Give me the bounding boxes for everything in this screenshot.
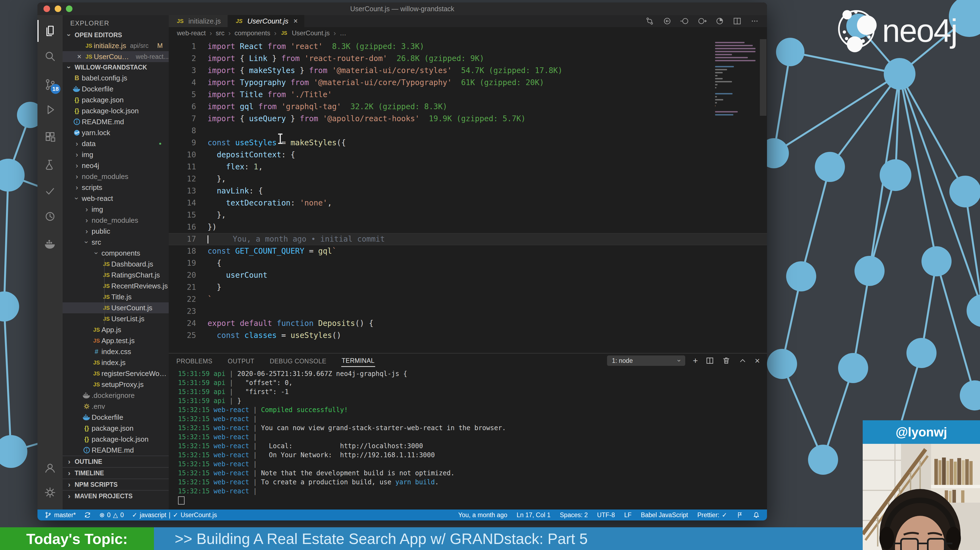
tree-file-index.js[interactable]: JSindex.js: [63, 357, 169, 368]
tree-folder-img[interactable]: ›img: [63, 149, 169, 160]
tree-file-UserList.js[interactable]: JSUserList.js: [63, 313, 169, 324]
minimize-window-button[interactable]: [55, 5, 61, 12]
tree-file-package-lock.json[interactable]: {}package-lock.json: [63, 434, 169, 445]
clock-extension-icon[interactable]: [37, 206, 63, 227]
cursor-position[interactable]: Ln 17, Col 1: [517, 512, 550, 519]
tree-folder-img[interactable]: ›img: [63, 204, 169, 215]
js-file-icon: JS: [92, 360, 102, 366]
extensions-icon[interactable]: [37, 126, 63, 147]
gitlens-status[interactable]: You, a month ago: [458, 512, 507, 519]
split-terminal-icon[interactable]: [705, 356, 714, 365]
sidebar-section-maven-projects[interactable]: ›MAVEN PROJECTS: [63, 490, 169, 502]
git-compare-icon[interactable]: [645, 16, 654, 26]
sidebar-section-outline[interactable]: ›OUTLINE: [63, 456, 169, 467]
close-panel-icon[interactable]: ×: [755, 356, 760, 365]
tree-file-Dashboard.js[interactable]: JSDashboard.js: [63, 258, 169, 269]
tree-file-Dockerfile[interactable]: Dockerfile: [63, 83, 169, 94]
open-editors-header[interactable]: › OPEN EDITORS: [63, 30, 169, 40]
more-actions-icon[interactable]: [750, 16, 759, 26]
language-status[interactable]: ✓ javascript | ✓ UserCount.js: [132, 512, 217, 519]
tree-file-UserCount.js[interactable]: JSUserCount.js: [63, 302, 169, 313]
encoding-status[interactable]: UTF-8: [597, 512, 615, 519]
tree-file-package.json[interactable]: {}package.json: [63, 423, 169, 434]
tree-folder-src[interactable]: ›src: [63, 237, 169, 248]
open-editor-item[interactable]: ×JSUserCount.jsweb-react...: [63, 51, 169, 62]
maximize-panel-icon[interactable]: [738, 356, 747, 365]
tree-file-package.json[interactable]: {}package.json: [63, 94, 169, 105]
tree-file-RatingsChart.js[interactable]: JSRatingsChart.js: [63, 269, 169, 281]
tree-folder-neo4j[interactable]: ›neo4j: [63, 160, 169, 171]
git-modified-dot: ●: [159, 141, 162, 147]
tree-file-.env[interactable]: .env: [63, 401, 169, 412]
tree-file-Dockerfile[interactable]: Dockerfile: [63, 412, 169, 423]
tree-file-setupProxy.js[interactable]: JSsetupProxy.js: [63, 379, 169, 390]
tree-file-App.js[interactable]: JSApp.js: [63, 324, 169, 335]
code-editor[interactable]: 1import React from 'react' 8.3K (gzipped…: [169, 39, 767, 353]
close-window-button[interactable]: [43, 5, 50, 12]
next-change-icon[interactable]: [698, 16, 707, 26]
tree-folder-data[interactable]: ›data●: [63, 138, 169, 149]
close-tab-icon[interactable]: ×: [293, 17, 298, 26]
tree-folder-components[interactable]: ›components: [63, 248, 169, 258]
open-editor-item[interactable]: JSinitialize.jsapi/srcM: [63, 40, 169, 51]
tree-folder-node_modules[interactable]: ›node_modules: [63, 215, 169, 226]
tab-usercount-js[interactable]: JS UserCount.js ×: [228, 15, 304, 27]
test-flask-icon[interactable]: [37, 154, 63, 176]
explorer-icon[interactable]: [37, 20, 63, 42]
tab-debug-console[interactable]: DEBUG CONSOLE: [269, 355, 327, 367]
shell-select[interactable]: 1: node ›: [607, 356, 685, 366]
settings-gear-icon[interactable]: [37, 481, 63, 504]
source-control-icon[interactable]: 18: [37, 73, 63, 96]
tree-file-RecentReviews.js[interactable]: JSRecentReviews.js: [63, 281, 169, 292]
new-terminal-icon[interactable]: +: [693, 356, 698, 365]
breadcrumb[interactable]: web-react› src› components› JS UserCount…: [169, 27, 767, 39]
tree-file-package-lock.json[interactable]: {}package-lock.json: [63, 105, 169, 116]
run-debug-icon[interactable]: [37, 99, 63, 121]
account-icon[interactable]: [37, 457, 63, 479]
tree-file-README.md[interactable]: README.md: [63, 445, 169, 456]
split-editor-icon[interactable]: [733, 16, 742, 26]
eol-status[interactable]: LF: [624, 512, 632, 519]
tree-folder-web-react[interactable]: ›web-react: [63, 193, 169, 204]
notifications-status[interactable]: [753, 512, 760, 518]
tree-file-README.md[interactable]: README.md: [63, 116, 169, 127]
workspace-header[interactable]: › WILLOW-GRANDSTACK: [63, 62, 169, 73]
js-file-icon: JS: [175, 18, 185, 24]
feedback-status[interactable]: [737, 512, 743, 518]
language-mode[interactable]: Babel JavaScript: [641, 512, 688, 519]
problems-status[interactable]: ⊗ 0 △ 0: [99, 512, 124, 519]
timeline-icon[interactable]: [715, 16, 724, 26]
indentation-status[interactable]: Spaces: 2: [560, 512, 588, 519]
minimap[interactable]: [715, 42, 756, 117]
git-branch-status[interactable]: master*: [45, 512, 76, 519]
tab-terminal[interactable]: TERMINAL: [341, 354, 375, 367]
tree-file-Title.js[interactable]: JSTitle.js: [63, 292, 169, 302]
tree-file-index.css[interactable]: #index.css: [63, 346, 169, 357]
prettier-status[interactable]: Prettier:✓: [697, 512, 727, 519]
tree-folder-scripts[interactable]: ›scripts: [63, 182, 169, 193]
docker-icon[interactable]: [37, 233, 63, 255]
tree-file-babel.config.js[interactable]: Bbabel.config.js: [63, 73, 169, 83]
sidebar-section-timeline[interactable]: ›TIMELINE: [63, 467, 169, 478]
checkmark-icon[interactable]: [37, 180, 63, 202]
tree-folder-public[interactable]: ›public: [63, 226, 169, 237]
terminal-output[interactable]: 15:31:59 api | 2020-06-25T21:31:59.667Z …: [169, 368, 767, 510]
open-changes-icon[interactable]: [663, 16, 672, 26]
previous-change-icon[interactable]: [680, 16, 689, 26]
close-editor-icon[interactable]: ×: [75, 53, 84, 61]
tree-file-App.test.js[interactable]: JSApp.test.js: [63, 335, 169, 346]
kill-terminal-icon[interactable]: [722, 356, 730, 365]
tree-folder-node_modules[interactable]: ›node_modules: [63, 171, 169, 182]
tree-file-.dockerignore[interactable]: .dockerignore: [63, 390, 169, 401]
editor-scrollbar[interactable]: [760, 39, 767, 116]
tree-file-registerServiceWorker.js[interactable]: JSregisterServiceWorker.js: [63, 368, 169, 379]
sidebar-section-npm-scripts[interactable]: ›NPM SCRIPTS: [63, 478, 169, 490]
check-icon: ✓: [173, 512, 178, 518]
maximize-window-button[interactable]: [66, 5, 72, 12]
tree-file-yarn.lock[interactable]: yarn.lock: [63, 127, 169, 138]
search-icon[interactable]: [37, 46, 63, 68]
tab-output[interactable]: OUTPUT: [227, 355, 255, 367]
tab-initialize-js[interactable]: JS initialize.js: [169, 15, 228, 27]
tab-problems[interactable]: PROBLEMS: [176, 355, 213, 367]
sync-status[interactable]: [84, 512, 91, 518]
